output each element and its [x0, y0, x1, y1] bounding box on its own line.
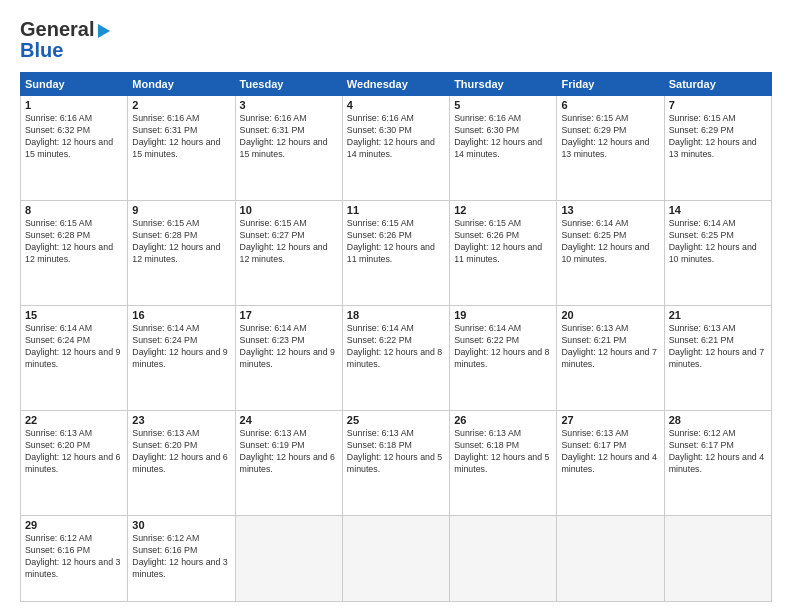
day-detail: Sunrise: 6:15 AMSunset: 6:29 PMDaylight:…	[669, 113, 767, 161]
day-detail: Sunrise: 6:16 AMSunset: 6:32 PMDaylight:…	[25, 113, 123, 161]
calendar-cell: 6Sunrise: 6:15 AMSunset: 6:29 PMDaylight…	[557, 96, 664, 201]
day-number: 10	[240, 204, 338, 216]
day-detail: Sunrise: 6:15 AMSunset: 6:26 PMDaylight:…	[347, 218, 445, 266]
calendar-day-header: Friday	[557, 73, 664, 96]
calendar-cell: 3Sunrise: 6:16 AMSunset: 6:31 PMDaylight…	[235, 96, 342, 201]
calendar-cell: 28Sunrise: 6:12 AMSunset: 6:17 PMDayligh…	[664, 411, 771, 516]
calendar-cell: 21Sunrise: 6:13 AMSunset: 6:21 PMDayligh…	[664, 306, 771, 411]
day-number: 12	[454, 204, 552, 216]
day-number: 1	[25, 99, 123, 111]
calendar-cell: 13Sunrise: 6:14 AMSunset: 6:25 PMDayligh…	[557, 201, 664, 306]
day-number: 11	[347, 204, 445, 216]
logo: General Blue	[20, 18, 110, 62]
day-detail: Sunrise: 6:14 AMSunset: 6:22 PMDaylight:…	[347, 323, 445, 371]
day-number: 22	[25, 414, 123, 426]
day-detail: Sunrise: 6:15 AMSunset: 6:26 PMDaylight:…	[454, 218, 552, 266]
day-detail: Sunrise: 6:13 AMSunset: 6:20 PMDaylight:…	[132, 428, 230, 476]
day-number: 23	[132, 414, 230, 426]
day-detail: Sunrise: 6:12 AMSunset: 6:17 PMDaylight:…	[669, 428, 767, 476]
day-number: 24	[240, 414, 338, 426]
day-detail: Sunrise: 6:13 AMSunset: 6:20 PMDaylight:…	[25, 428, 123, 476]
day-detail: Sunrise: 6:13 AMSunset: 6:17 PMDaylight:…	[561, 428, 659, 476]
calendar-cell: 22Sunrise: 6:13 AMSunset: 6:20 PMDayligh…	[21, 411, 128, 516]
calendar-day-header: Tuesday	[235, 73, 342, 96]
calendar-cell	[342, 516, 449, 602]
calendar-cell: 15Sunrise: 6:14 AMSunset: 6:24 PMDayligh…	[21, 306, 128, 411]
day-detail: Sunrise: 6:15 AMSunset: 6:27 PMDaylight:…	[240, 218, 338, 266]
calendar-cell: 29Sunrise: 6:12 AMSunset: 6:16 PMDayligh…	[21, 516, 128, 602]
calendar-cell: 26Sunrise: 6:13 AMSunset: 6:18 PMDayligh…	[450, 411, 557, 516]
calendar-cell	[235, 516, 342, 602]
calendar-cell: 9Sunrise: 6:15 AMSunset: 6:28 PMDaylight…	[128, 201, 235, 306]
calendar-cell: 14Sunrise: 6:14 AMSunset: 6:25 PMDayligh…	[664, 201, 771, 306]
day-number: 3	[240, 99, 338, 111]
day-number: 13	[561, 204, 659, 216]
calendar-header-row: SundayMondayTuesdayWednesdayThursdayFrid…	[21, 73, 772, 96]
calendar-cell: 8Sunrise: 6:15 AMSunset: 6:28 PMDaylight…	[21, 201, 128, 306]
day-detail: Sunrise: 6:14 AMSunset: 6:24 PMDaylight:…	[25, 323, 123, 371]
day-detail: Sunrise: 6:13 AMSunset: 6:21 PMDaylight:…	[669, 323, 767, 371]
day-number: 30	[132, 519, 230, 531]
day-number: 25	[347, 414, 445, 426]
calendar-cell: 23Sunrise: 6:13 AMSunset: 6:20 PMDayligh…	[128, 411, 235, 516]
day-number: 5	[454, 99, 552, 111]
day-detail: Sunrise: 6:14 AMSunset: 6:23 PMDaylight:…	[240, 323, 338, 371]
calendar-day-header: Thursday	[450, 73, 557, 96]
day-number: 7	[669, 99, 767, 111]
logo-arrow-icon	[98, 24, 110, 38]
day-number: 2	[132, 99, 230, 111]
calendar-cell: 19Sunrise: 6:14 AMSunset: 6:22 PMDayligh…	[450, 306, 557, 411]
calendar-cell	[450, 516, 557, 602]
day-number: 14	[669, 204, 767, 216]
calendar-day-header: Monday	[128, 73, 235, 96]
day-number: 21	[669, 309, 767, 321]
calendar-day-header: Sunday	[21, 73, 128, 96]
calendar-cell	[557, 516, 664, 602]
day-number: 8	[25, 204, 123, 216]
day-detail: Sunrise: 6:12 AMSunset: 6:16 PMDaylight:…	[132, 533, 230, 581]
page: General Blue SundayMondayTuesdayWednesda…	[0, 0, 792, 612]
calendar-cell	[664, 516, 771, 602]
calendar-day-header: Saturday	[664, 73, 771, 96]
day-detail: Sunrise: 6:16 AMSunset: 6:30 PMDaylight:…	[454, 113, 552, 161]
calendar-cell: 11Sunrise: 6:15 AMSunset: 6:26 PMDayligh…	[342, 201, 449, 306]
calendar-cell: 30Sunrise: 6:12 AMSunset: 6:16 PMDayligh…	[128, 516, 235, 602]
calendar-cell: 12Sunrise: 6:15 AMSunset: 6:26 PMDayligh…	[450, 201, 557, 306]
day-detail: Sunrise: 6:16 AMSunset: 6:31 PMDaylight:…	[132, 113, 230, 161]
calendar-cell: 18Sunrise: 6:14 AMSunset: 6:22 PMDayligh…	[342, 306, 449, 411]
calendar-cell: 1Sunrise: 6:16 AMSunset: 6:32 PMDaylight…	[21, 96, 128, 201]
calendar-day-header: Wednesday	[342, 73, 449, 96]
calendar-table: SundayMondayTuesdayWednesdayThursdayFrid…	[20, 72, 772, 602]
day-detail: Sunrise: 6:15 AMSunset: 6:28 PMDaylight:…	[132, 218, 230, 266]
day-detail: Sunrise: 6:13 AMSunset: 6:18 PMDaylight:…	[347, 428, 445, 476]
calendar-cell: 7Sunrise: 6:15 AMSunset: 6:29 PMDaylight…	[664, 96, 771, 201]
day-detail: Sunrise: 6:14 AMSunset: 6:25 PMDaylight:…	[561, 218, 659, 266]
day-number: 29	[25, 519, 123, 531]
day-detail: Sunrise: 6:14 AMSunset: 6:22 PMDaylight:…	[454, 323, 552, 371]
day-number: 20	[561, 309, 659, 321]
day-number: 27	[561, 414, 659, 426]
day-number: 15	[25, 309, 123, 321]
day-detail: Sunrise: 6:16 AMSunset: 6:31 PMDaylight:…	[240, 113, 338, 161]
day-number: 26	[454, 414, 552, 426]
calendar-cell: 25Sunrise: 6:13 AMSunset: 6:18 PMDayligh…	[342, 411, 449, 516]
day-number: 17	[240, 309, 338, 321]
day-detail: Sunrise: 6:15 AMSunset: 6:28 PMDaylight:…	[25, 218, 123, 266]
day-number: 4	[347, 99, 445, 111]
day-detail: Sunrise: 6:16 AMSunset: 6:30 PMDaylight:…	[347, 113, 445, 161]
day-number: 19	[454, 309, 552, 321]
day-number: 6	[561, 99, 659, 111]
day-detail: Sunrise: 6:15 AMSunset: 6:29 PMDaylight:…	[561, 113, 659, 161]
day-detail: Sunrise: 6:13 AMSunset: 6:18 PMDaylight:…	[454, 428, 552, 476]
day-number: 18	[347, 309, 445, 321]
calendar-cell: 10Sunrise: 6:15 AMSunset: 6:27 PMDayligh…	[235, 201, 342, 306]
calendar-cell: 17Sunrise: 6:14 AMSunset: 6:23 PMDayligh…	[235, 306, 342, 411]
calendar-cell: 5Sunrise: 6:16 AMSunset: 6:30 PMDaylight…	[450, 96, 557, 201]
day-detail: Sunrise: 6:13 AMSunset: 6:19 PMDaylight:…	[240, 428, 338, 476]
calendar-cell: 4Sunrise: 6:16 AMSunset: 6:30 PMDaylight…	[342, 96, 449, 201]
day-detail: Sunrise: 6:14 AMSunset: 6:24 PMDaylight:…	[132, 323, 230, 371]
day-number: 9	[132, 204, 230, 216]
logo-general: General	[20, 18, 94, 41]
day-detail: Sunrise: 6:12 AMSunset: 6:16 PMDaylight:…	[25, 533, 123, 581]
logo-blue: Blue	[20, 39, 63, 62]
